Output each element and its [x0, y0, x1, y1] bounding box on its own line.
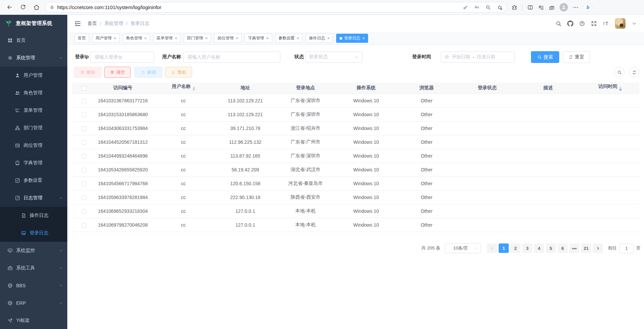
tab-post-management[interactable]: 岗位管理	[214, 34, 242, 43]
browser-profile-avatar[interactable]	[560, 3, 568, 11]
sidebar-item-erp[interactable]: ERP	[0, 294, 67, 312]
page-button-6[interactable]: 6	[558, 243, 568, 253]
select-all-checkbox[interactable]	[82, 86, 86, 91]
row-checkbox[interactable]	[82, 195, 86, 200]
tab-department-management[interactable]: 部门管理	[184, 34, 211, 43]
unlock-button[interactable]: 解锁	[135, 67, 163, 78]
collapse-sidebar-icon[interactable]	[74, 20, 81, 27]
next-page-button[interactable]	[593, 243, 603, 253]
sidebar-item-bbs[interactable]: BBS	[0, 277, 67, 294]
tab-menu-management[interactable]: 菜单管理	[153, 34, 181, 43]
close-icon[interactable]	[297, 36, 299, 40]
row-checkbox[interactable]	[82, 154, 86, 159]
sidebar-item-login-log[interactable]: 登录日志	[0, 224, 67, 242]
start-date-placeholder[interactable]: 开始日期	[452, 54, 470, 60]
tab-user-management[interactable]: 用户管理	[92, 34, 120, 43]
close-icon[interactable]	[144, 36, 147, 40]
help-icon[interactable]	[579, 21, 585, 27]
tab-operation-log[interactable]: 操作日志	[306, 34, 333, 43]
clear-button[interactable]: 清空	[104, 67, 131, 78]
tab-home[interactable]: 首页	[74, 34, 89, 43]
fullscreen-icon[interactable]	[591, 21, 597, 27]
page-button-21[interactable]: 21	[581, 243, 591, 253]
refresh-table-button[interactable]	[629, 67, 639, 77]
tab-dictionary-management[interactable]: 字典管理	[245, 34, 272, 43]
breadcrumb-home[interactable]: 首页	[87, 21, 97, 27]
row-checkbox[interactable]	[82, 209, 86, 214]
close-icon[interactable]	[327, 36, 330, 40]
close-icon[interactable]	[236, 36, 238, 40]
page-button-5[interactable]: 5	[546, 243, 556, 253]
caret-down-icon[interactable]	[631, 21, 637, 27]
more-icon[interactable]	[573, 4, 579, 10]
zoom-out-icon[interactable]	[486, 5, 491, 10]
date-range-picker[interactable]: 开始日期 - 结束日期	[441, 52, 515, 63]
sidebar-item-operation-log[interactable]: 操作日志	[0, 207, 67, 224]
reset-button[interactable]: 重置	[563, 51, 590, 63]
row-checkbox[interactable]	[82, 99, 86, 103]
row-checkbox[interactable]	[82, 126, 86, 131]
browser-home-button[interactable]	[30, 2, 43, 13]
sidebar-item-posts[interactable]: 岗位管理	[0, 137, 67, 154]
user-avatar[interactable]	[615, 18, 625, 29]
row-checkbox[interactable]	[82, 112, 86, 117]
tab-parameter-settings[interactable]: 参数设置	[275, 34, 303, 43]
row-checkbox[interactable]	[82, 140, 86, 145]
search-button[interactable]: 搜索	[531, 51, 559, 63]
column-header-sortable[interactable]: 访问时间	[581, 83, 639, 94]
delete-button[interactable]: 删除	[74, 67, 101, 78]
add-favorite-icon[interactable]	[497, 5, 502, 10]
sidebar-item-menus[interactable]: 菜单管理	[0, 102, 67, 119]
row-checkbox[interactable]	[82, 182, 86, 186]
toggle-search-button[interactable]	[614, 67, 624, 77]
copilot-icon[interactable]	[583, 3, 593, 12]
page-size-select[interactable]: 10条/页	[445, 243, 481, 253]
close-icon[interactable]	[362, 36, 365, 40]
sidebar-item-tools[interactable]: 系统工具	[0, 259, 67, 277]
column-header-sortable[interactable]: 用户名称	[149, 83, 217, 94]
sidebar-item-dictionary[interactable]: 字典管理	[0, 154, 67, 172]
sidebar-item-monitoring[interactable]: 系统监控	[0, 242, 67, 259]
sort-carets-icon[interactable]	[619, 86, 622, 92]
sidebar-item-parameters[interactable]: 参数设置	[0, 172, 67, 189]
close-icon[interactable]	[175, 36, 177, 40]
font-size-icon[interactable]	[603, 20, 609, 27]
sidebar-item-log-management[interactable]: 日志管理	[0, 189, 67, 207]
sidebar-item-home[interactable]: 首页	[0, 32, 67, 49]
close-icon[interactable]	[266, 36, 269, 40]
close-icon[interactable]	[205, 36, 208, 40]
login-ip-input[interactable]	[90, 52, 154, 63]
sidebar-item-yi-framework[interactable]: Yi框架	[0, 312, 67, 329]
tab-role-management[interactable]: 角色管理	[123, 34, 150, 43]
key-icon[interactable]	[463, 5, 468, 10]
github-icon[interactable]	[567, 21, 573, 27]
close-icon[interactable]	[114, 36, 116, 40]
sidebar-item-departments[interactable]: 部门管理	[0, 119, 67, 137]
search-icon[interactable]	[556, 21, 562, 27]
address-bar[interactable]: https://ccnetcore.com:1101/system/log/lo…	[45, 2, 507, 12]
prev-page-button[interactable]	[487, 243, 497, 253]
read-aloud-icon[interactable]	[474, 5, 479, 10]
page-button-4[interactable]: 4	[534, 243, 544, 253]
status-select[interactable]: 登录状态	[305, 52, 362, 63]
row-checkbox[interactable]	[82, 223, 86, 228]
sidebar-item-roles[interactable]: 角色管理	[0, 84, 67, 102]
row-checkbox[interactable]	[82, 168, 86, 172]
sidebar-item-system-管理[interactable]: 系统管理	[0, 49, 67, 67]
split-screen-icon[interactable]	[527, 4, 533, 10]
favorites-icon[interactable]	[538, 4, 544, 10]
page-button-3[interactable]: 3	[522, 243, 532, 253]
browser-back-button[interactable]	[3, 2, 16, 13]
browser-reload-button[interactable]	[16, 2, 30, 13]
page-button-2[interactable]: 2	[510, 243, 521, 253]
sort-carets-icon[interactable]	[192, 86, 195, 92]
goto-page-input[interactable]	[619, 243, 634, 253]
page-button-1[interactable]: 1	[499, 243, 509, 253]
extensions-icon[interactable]	[511, 4, 517, 10]
user-name-input[interactable]	[183, 52, 280, 63]
export-button[interactable]: 导出	[165, 67, 192, 78]
url-text[interactable]: https://ccnetcore.com:1101/system/log/lo…	[57, 5, 161, 10]
sidebar-item-users[interactable]: 用户管理	[0, 67, 67, 84]
more-pages-button[interactable]: •••	[569, 243, 579, 253]
collections-icon[interactable]	[549, 4, 555, 10]
